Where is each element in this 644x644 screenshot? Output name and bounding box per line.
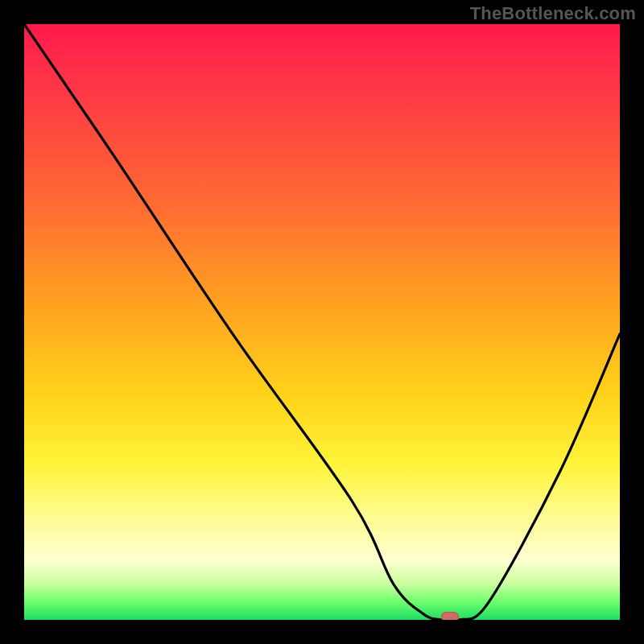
bottleneck-curve-path	[24, 24, 620, 620]
plot-area	[24, 24, 620, 620]
optimal-marker	[441, 612, 459, 620]
chart-frame: TheBottleneck.com	[0, 0, 644, 644]
watermark-text: TheBottleneck.com	[470, 3, 636, 24]
curve-svg	[24, 24, 620, 620]
